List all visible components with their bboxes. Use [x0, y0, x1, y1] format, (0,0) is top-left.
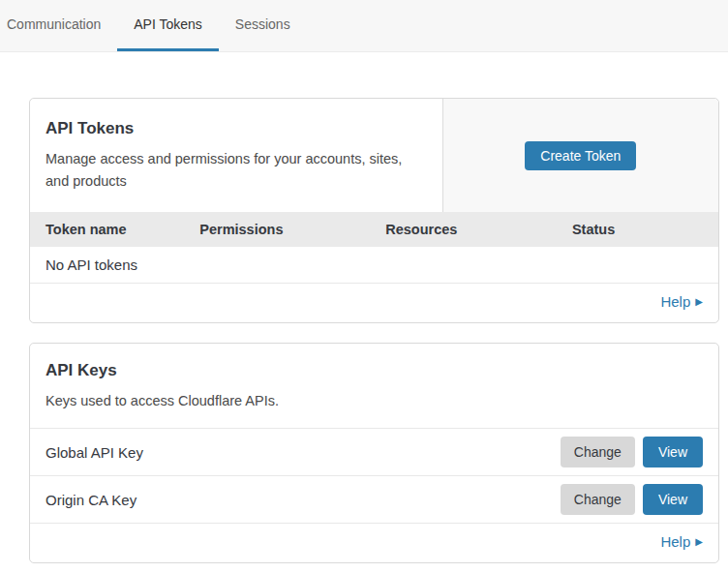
tab-api-tokens[interactable]: API Tokens — [117, 0, 219, 51]
api-keys-title: API Keys — [46, 361, 703, 380]
api-tokens-card-header-text: API Tokens Manage access and permissions… — [30, 99, 443, 212]
help-arrow-icon: ▶ — [695, 296, 703, 307]
api-keys-card-footer: Help ▶ — [30, 524, 718, 562]
api-tokens-title: API Tokens — [46, 119, 427, 138]
api-tokens-table-header-row: Token name Permissions Resources Status — [30, 212, 718, 247]
help-arrow-icon: ▶ — [695, 536, 703, 547]
api-tokens-table: Token name Permissions Resources Status … — [30, 212, 718, 284]
api-tokens-help-link[interactable]: Help ▶ — [660, 293, 703, 310]
tab-sessions[interactable]: Sessions — [219, 0, 307, 51]
api-tokens-card-header: API Tokens Manage access and permissions… — [30, 99, 718, 212]
origin-ca-key-change-button[interactable]: Change — [561, 484, 635, 515]
key-row-origin-ca-key: Origin CA Key Change View — [30, 476, 718, 524]
global-api-key-actions: Change View — [561, 437, 703, 467]
api-tokens-card-footer: Help ▶ — [30, 284, 718, 322]
origin-ca-key-view-button[interactable]: View — [643, 484, 703, 515]
column-header-permissions: Permissions — [184, 212, 370, 247]
column-header-resources: Resources — [370, 212, 557, 247]
column-header-status: Status — [557, 212, 718, 247]
global-api-key-change-button[interactable]: Change — [561, 437, 635, 467]
tab-communication[interactable]: Communication — [6, 0, 117, 51]
no-api-tokens-message: No API tokens — [30, 247, 718, 284]
api-tokens-card: API Tokens Manage access and permissions… — [29, 98, 719, 323]
api-keys-card-header: API Keys Keys used to access Cloudflare … — [30, 344, 718, 429]
origin-ca-key-label: Origin CA Key — [46, 492, 136, 508]
api-tokens-card-header-action: Create Token — [443, 99, 718, 212]
column-header-token-name: Token name — [30, 212, 184, 247]
help-link-label: Help — [660, 293, 690, 310]
create-token-button[interactable]: Create Token — [525, 141, 636, 170]
key-row-global-api-key: Global API Key Change View — [30, 429, 718, 476]
global-api-key-view-button[interactable]: View — [643, 437, 703, 467]
origin-ca-key-actions: Change View — [561, 484, 703, 515]
api-tokens-empty-row: No API tokens — [30, 247, 718, 284]
help-link-label: Help — [660, 533, 690, 550]
settings-tabbar: Communication API Tokens Sessions — [0, 0, 728, 52]
api-keys-help-link[interactable]: Help ▶ — [660, 533, 703, 550]
api-keys-card: API Keys Keys used to access Cloudflare … — [29, 343, 719, 563]
api-tokens-description: Manage access and permissions for your a… — [46, 148, 427, 193]
api-keys-description: Keys used to access Cloudflare APIs. — [46, 390, 703, 412]
global-api-key-label: Global API Key — [46, 444, 143, 461]
